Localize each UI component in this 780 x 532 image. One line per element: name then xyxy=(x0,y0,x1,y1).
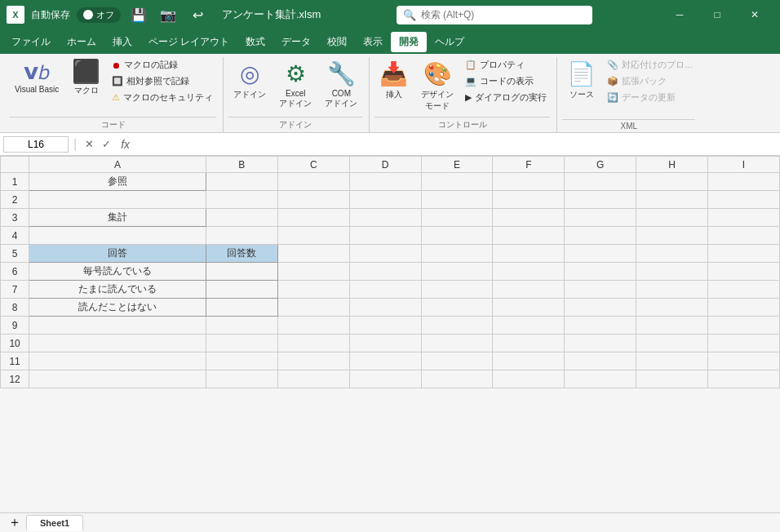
cell-C11[interactable] xyxy=(277,352,349,370)
cell-H10[interactable] xyxy=(636,335,708,352)
cell-B6[interactable] xyxy=(206,263,277,281)
cell-H12[interactable] xyxy=(636,370,708,388)
cell-E9[interactable] xyxy=(421,317,493,335)
cell-G4[interactable] xyxy=(565,227,636,245)
row-header-6[interactable]: 6 xyxy=(1,263,29,281)
row-header-1[interactable]: 1 xyxy=(1,173,29,191)
cell-I2[interactable] xyxy=(708,191,780,209)
cell-B5[interactable]: 回答数 xyxy=(206,245,277,263)
cell-I3[interactable] xyxy=(708,209,780,227)
save-button[interactable]: 💾 xyxy=(127,3,150,26)
row-header-9[interactable]: 9 xyxy=(1,317,29,335)
cell-I10[interactable] xyxy=(708,335,780,352)
cell-E7[interactable] xyxy=(421,281,493,299)
row-header-12[interactable]: 12 xyxy=(1,370,29,388)
cell-C12[interactable] xyxy=(277,370,349,388)
cell-C8[interactable] xyxy=(277,299,349,317)
menu-formula[interactable]: 数式 xyxy=(237,32,273,52)
row-header-8[interactable]: 8 xyxy=(1,299,29,317)
cell-A9[interactable] xyxy=(29,317,206,335)
cell-G10[interactable] xyxy=(565,335,636,352)
cell-G5[interactable] xyxy=(565,245,636,263)
cell-G2[interactable] xyxy=(565,191,636,209)
cell-B3[interactable] xyxy=(206,209,277,227)
properties-btn[interactable]: 📋 プロパティ xyxy=(462,57,550,73)
cell-A10[interactable] xyxy=(29,335,206,352)
cell-C7[interactable] xyxy=(277,281,349,299)
cell-H7[interactable] xyxy=(636,281,708,299)
com-addin-btn[interactable]: 🔧 COMアドイン xyxy=(320,57,362,113)
cell-A3[interactable]: 集計 xyxy=(29,209,206,227)
insert-control-btn[interactable]: 📥 挿入 xyxy=(374,57,413,104)
cell-F7[interactable] xyxy=(493,281,565,299)
source-btn[interactable]: 📄 ソース xyxy=(562,57,601,104)
cell-A7[interactable]: たまに読んでいる xyxy=(29,281,206,299)
mapping-btn[interactable]: 📎 対応付けのプロ... xyxy=(604,57,695,73)
cell-E6[interactable] xyxy=(421,263,493,281)
cell-A6[interactable]: 毎号読んでいる xyxy=(29,263,206,281)
cell-E1[interactable] xyxy=(421,173,493,191)
row-header-11[interactable]: 11 xyxy=(1,352,29,370)
cell-F9[interactable] xyxy=(493,317,565,335)
cell-H6[interactable] xyxy=(636,263,708,281)
cell-B12[interactable] xyxy=(206,370,277,388)
close-button[interactable]: ✕ xyxy=(736,0,773,29)
col-header-F[interactable]: F xyxy=(493,157,565,173)
menu-view[interactable]: 表示 xyxy=(355,32,391,52)
cell-I9[interactable] xyxy=(708,317,780,335)
cell-A1[interactable]: 参照 xyxy=(29,173,206,191)
cell-F11[interactable] xyxy=(493,352,565,370)
row-header-3[interactable]: 3 xyxy=(1,209,29,227)
col-header-H[interactable]: H xyxy=(636,157,708,173)
cell-B1[interactable] xyxy=(206,173,277,191)
cell-A5[interactable]: 回答 xyxy=(29,245,206,263)
cell-G6[interactable] xyxy=(565,263,636,281)
menu-page-layout[interactable]: ページ レイアウト xyxy=(140,32,237,52)
col-header-C[interactable]: C xyxy=(277,157,349,173)
cell-C5[interactable] xyxy=(277,245,349,263)
design-mode-btn[interactable]: 🎨 デザインモード xyxy=(416,57,459,115)
cell-H1[interactable] xyxy=(636,173,708,191)
cell-C4[interactable] xyxy=(277,227,349,245)
cell-G8[interactable] xyxy=(565,299,636,317)
camera-button[interactable]: 📷 xyxy=(157,3,179,26)
cell-H2[interactable] xyxy=(636,191,708,209)
cell-D2[interactable] xyxy=(349,191,421,209)
cell-C2[interactable] xyxy=(277,191,349,209)
menu-review[interactable]: 校閲 xyxy=(319,32,355,52)
menu-data[interactable]: データ xyxy=(273,32,319,52)
row-header-4[interactable]: 4 xyxy=(1,227,29,245)
cell-G12[interactable] xyxy=(565,370,636,388)
sheet-tab-1[interactable]: Sheet1 xyxy=(26,515,83,531)
search-box[interactable]: 🔍 xyxy=(397,6,592,24)
cell-ref-input[interactable] xyxy=(3,136,69,153)
cancel-formula-btn[interactable]: ✕ xyxy=(82,136,97,152)
menu-home[interactable]: ホーム xyxy=(59,32,104,52)
cell-E8[interactable] xyxy=(421,299,493,317)
row-header-5[interactable]: 5 xyxy=(1,245,29,263)
menu-developer[interactable]: 開発 xyxy=(391,32,427,52)
cell-I5[interactable] xyxy=(708,245,780,263)
cell-F1[interactable] xyxy=(493,173,565,191)
autosave-toggle[interactable]: オフ xyxy=(77,7,121,23)
record-macro-btn[interactable]: ⏺ マクロの記録 xyxy=(109,57,216,73)
cell-D11[interactable] xyxy=(349,352,421,370)
cell-I12[interactable] xyxy=(708,370,780,388)
cell-I8[interactable] xyxy=(708,299,780,317)
cell-D12[interactable] xyxy=(349,370,421,388)
cell-C9[interactable] xyxy=(277,317,349,335)
cell-G1[interactable] xyxy=(565,173,636,191)
cell-A12[interactable] xyxy=(29,370,206,388)
cell-H4[interactable] xyxy=(636,227,708,245)
refresh-data-btn[interactable]: 🔄 データの更新 xyxy=(604,90,695,105)
cell-D6[interactable] xyxy=(349,263,421,281)
cell-D9[interactable] xyxy=(349,317,421,335)
cell-E3[interactable] xyxy=(421,209,493,227)
addin-btn[interactable]: ◎ アドイン xyxy=(228,57,271,104)
cell-B2[interactable] xyxy=(206,191,277,209)
cell-I11[interactable] xyxy=(708,352,780,370)
expansion-btn[interactable]: 📦 拡張パック xyxy=(604,73,695,89)
cell-E4[interactable] xyxy=(421,227,493,245)
cell-G11[interactable] xyxy=(565,352,636,370)
cell-C6[interactable] xyxy=(277,263,349,281)
